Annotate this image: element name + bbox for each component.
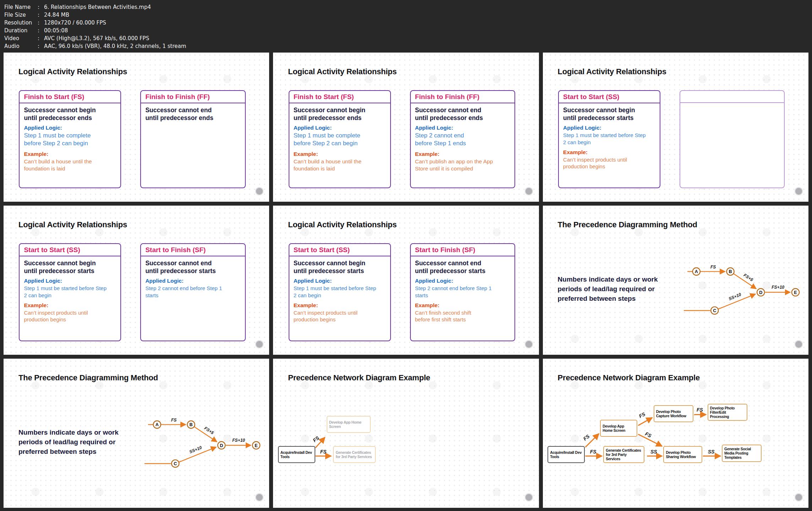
card-body: Successor cannot begin until predecessor… bbox=[20, 256, 120, 326]
svg-text:C: C bbox=[713, 308, 716, 313]
task-box-develop-app-home-screen: Develop App Home Screen bbox=[327, 416, 371, 433]
card-lead-text: Successor cannot end until predecessor e… bbox=[415, 106, 492, 122]
task-box-label: Develop App Home Screen bbox=[603, 424, 635, 433]
edge-label-fs: FS bbox=[582, 433, 590, 442]
watermark-logo bbox=[525, 187, 533, 195]
audio-codec-value: AAC, 96.0 kb/s (VBR), 48.0 kHz, 2 channe… bbox=[44, 42, 812, 50]
example-text: Can’t build a house until the foundation… bbox=[294, 158, 376, 172]
relationship-card-fs: Finish to Start (FS) Successor cannot be… bbox=[19, 90, 121, 188]
node-d: D bbox=[757, 289, 764, 296]
task-box-develop-photo-filter-edit-processing: Develop Photo Filter/Edit Processing bbox=[708, 404, 747, 421]
task-box-label: Develop App Home Screen bbox=[329, 420, 368, 429]
card-body: Successor cannot begin until predecessor… bbox=[289, 103, 390, 175]
relationship-card-ff: Finish to Finish (FF) Successor cannot e… bbox=[410, 90, 515, 188]
card-body: Successor cannot end until predecessor e… bbox=[141, 103, 245, 125]
separator: : bbox=[38, 42, 44, 50]
video-frame-7: The Precedence Diagramming Method Number… bbox=[4, 359, 269, 508]
relationship-card-ss: Start to Start (SS) Successor cannot beg… bbox=[558, 90, 660, 188]
edge-label-ss: SS bbox=[650, 449, 657, 455]
separator: : bbox=[38, 11, 44, 19]
applied-logic-text: Step 2 cannot end before Step 1 starts bbox=[145, 285, 229, 298]
duration-value: 00:05:08 bbox=[44, 27, 812, 34]
separator: : bbox=[38, 19, 44, 27]
node-a: A bbox=[692, 268, 700, 275]
video-codec-value: AVC (High@L3.2), 567 kb/s, 60.000 FPS bbox=[44, 34, 812, 42]
task-box-develop-photo-capture-workflow: Develop Photo Capture Workflow bbox=[654, 405, 693, 422]
task-box-develop-photo-sharing-workflow: Develop Photo Sharing Workflow bbox=[663, 446, 702, 463]
applied-logic-text: Step 1 must be started before Step 2 can… bbox=[563, 132, 647, 145]
node-a: A bbox=[153, 421, 161, 428]
task-box-label: Generate Social Media Posting Templates bbox=[724, 447, 759, 460]
applied-logic-text: Step 2 cannot end before Step 1 ends bbox=[415, 132, 472, 147]
slide-title: The Precedence Diagramming Method bbox=[18, 373, 158, 382]
node-c: C bbox=[711, 307, 718, 314]
svg-text:B: B bbox=[729, 269, 732, 274]
watermark-logo bbox=[525, 340, 533, 348]
svg-text:E: E bbox=[255, 443, 257, 448]
relationship-card-fs: Finish to Start (FS) Successor cannot be… bbox=[289, 90, 391, 188]
example-text: Can’t finish second shift before first s… bbox=[415, 309, 483, 323]
example-text: Can’t build a house until the foundation… bbox=[24, 158, 106, 172]
video-frame-4: Logical Activity Relationships Start to … bbox=[4, 206, 269, 355]
video-codec-row: Video : AVC (High@L3.2), 567 kb/s, 60.00… bbox=[4, 34, 812, 42]
duration-label: Duration bbox=[4, 27, 38, 34]
card-title: Start to Start (SS) bbox=[289, 244, 390, 256]
example-label: Example: bbox=[415, 151, 510, 157]
card-body: Successor cannot end until predecessor e… bbox=[411, 103, 514, 175]
node-e: E bbox=[252, 442, 260, 449]
slide-title: Logical Activity Relationships bbox=[288, 67, 397, 76]
file-name-value: 6. Relationships Between Activities.mp4 bbox=[44, 3, 812, 11]
applied-logic-label: Applied Logic: bbox=[415, 125, 510, 131]
card-lead-text: Successor cannot end until predecessor s… bbox=[415, 259, 492, 275]
pdm-diagram: FS FS+5 SS+10 FS+10 A B C D E bbox=[144, 413, 266, 473]
card-lead-text: Successor cannot begin until predecessor… bbox=[24, 259, 100, 275]
example-label: Example: bbox=[24, 302, 116, 309]
card-lead-text: Successor cannot end until predecessor s… bbox=[145, 259, 222, 275]
slide-title: Logical Activity Relationships bbox=[558, 67, 666, 76]
card-body: Successor cannot end until predecessor s… bbox=[411, 256, 514, 326]
task-box-label: Develop Photo Capture Workflow bbox=[656, 409, 691, 418]
watermark-logo bbox=[255, 187, 263, 195]
card-title: Finish to Finish (FF) bbox=[411, 91, 514, 103]
edge-label-fs: FS bbox=[590, 449, 596, 455]
applied-logic-text: Step 1 must be complete before Step 2 ca… bbox=[294, 132, 370, 147]
card-body: Successor cannot end until predecessor s… bbox=[141, 256, 245, 301]
network-edges: FS FS bbox=[273, 359, 539, 508]
card-lead-text: Successor cannot begin until predecessor… bbox=[24, 106, 100, 122]
file-name-label: File Name bbox=[4, 3, 38, 11]
card-body: Successor cannot begin until predecessor… bbox=[20, 103, 120, 175]
pdm-diagram: FS FS+5 SS+10 FS+10 A B C D E bbox=[683, 260, 805, 320]
svg-text:E: E bbox=[794, 290, 797, 295]
example-label: Example: bbox=[294, 302, 386, 309]
card-lead-text: Successor cannot begin until predecessor… bbox=[563, 106, 640, 122]
resolution-value: 1280x720 / 60.000 FPS bbox=[44, 19, 812, 27]
resolution-row: Resolution : 1280x720 / 60.000 FPS bbox=[4, 19, 812, 27]
applied-logic-label: Applied Logic: bbox=[294, 125, 386, 131]
example-label: Example: bbox=[294, 151, 386, 157]
card-body: Successor cannot begin until predecessor… bbox=[559, 103, 660, 173]
relationship-card-sf: Start to Finish (SF) Successor cannot en… bbox=[140, 243, 245, 341]
edge-label-fs10: FS+10 bbox=[232, 438, 245, 443]
task-box-acquire-install-dev-tools: Acquire/Install Dev Tools bbox=[547, 446, 585, 463]
file-info-header: File Name : 6. Relationships Between Act… bbox=[0, 0, 812, 53]
svg-text:B: B bbox=[190, 422, 193, 427]
card-lead-text: Successor cannot begin until predecessor… bbox=[294, 259, 370, 275]
relationship-card-sf: Start to Finish (SF) Successor cannot en… bbox=[410, 243, 515, 341]
applied-logic-label: Applied Logic: bbox=[24, 278, 116, 284]
svg-text:A: A bbox=[156, 422, 159, 427]
watermark-logo bbox=[255, 340, 263, 348]
task-box-label: Generate Certificates for 3rd Party Serv… bbox=[606, 448, 642, 461]
relationship-card-ss: Start to Start (SS) Successor cannot beg… bbox=[289, 243, 391, 341]
slide-title: Logical Activity Relationships bbox=[288, 220, 397, 229]
card-title: Start to Start (SS) bbox=[559, 91, 660, 103]
applied-logic-label: Applied Logic: bbox=[415, 278, 510, 284]
video-frame-2: Logical Activity Relationships Finish to… bbox=[273, 53, 539, 202]
file-size-row: File Size : 24.84 MB bbox=[4, 11, 812, 19]
duration-row: Duration : 00:05:08 bbox=[4, 27, 812, 34]
pdm-description: Numbers indicate days or work periods of… bbox=[18, 428, 130, 457]
watermark-logo bbox=[795, 187, 803, 195]
card-title: Finish to Start (FS) bbox=[20, 91, 120, 103]
card-title bbox=[680, 91, 784, 103]
applied-logic-label: Applied Logic: bbox=[145, 278, 240, 284]
node-e: E bbox=[792, 289, 799, 296]
